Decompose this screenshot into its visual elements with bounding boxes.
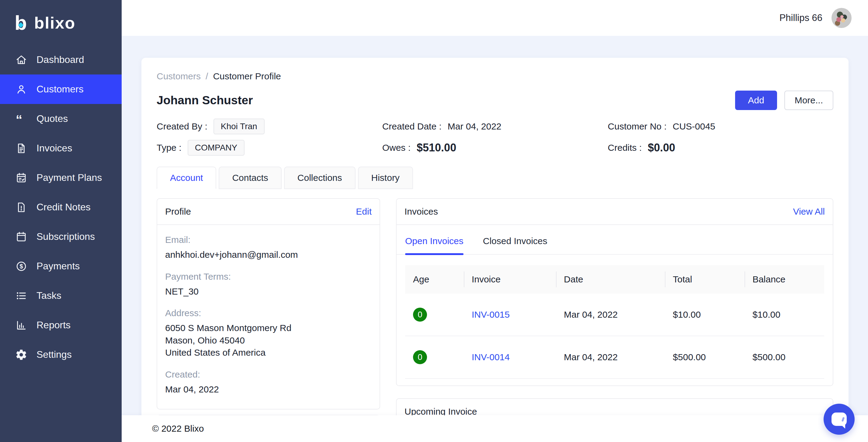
meta-label: Credits : bbox=[608, 143, 642, 153]
profile-field-payment-terms: Payment Terms: NET_30 bbox=[165, 272, 372, 298]
avatar[interactable] bbox=[832, 8, 851, 28]
tab-closed-invoices[interactable]: Closed Invoices bbox=[483, 232, 548, 254]
list-icon bbox=[15, 290, 27, 302]
sidebar-item-label: Payments bbox=[36, 260, 80, 272]
page-title: Johann Schuster bbox=[157, 94, 253, 107]
view-all-link[interactable]: View All bbox=[793, 207, 825, 217]
copyright-text: © 2022 Blixo bbox=[152, 423, 204, 434]
sidebar-item-payment-plans[interactable]: Payment Plans bbox=[0, 163, 122, 192]
breadcrumb-customers[interactable]: Customers bbox=[157, 71, 201, 82]
field-value: anhkhoi.dev+johann@gmail.com bbox=[165, 249, 372, 261]
column-age: Age bbox=[405, 265, 464, 294]
sidebar-item-payments[interactable]: $ Payments bbox=[0, 251, 122, 281]
invoices-tabbar: Open Invoices Closed Invoices bbox=[397, 232, 833, 255]
sidebar-item-label: Settings bbox=[36, 349, 72, 360]
account-tab-content: Profile Edit Email: anhkhoi.dev+johann@g… bbox=[157, 198, 833, 442]
sidebar-item-tasks[interactable]: Tasks bbox=[0, 281, 122, 310]
add-button[interactable]: Add bbox=[735, 91, 777, 110]
sidebar-item-label: Dashboard bbox=[36, 54, 84, 65]
sidebar-item-customers[interactable]: Customers bbox=[0, 74, 122, 104]
type-chip: COMPANY bbox=[188, 140, 245, 156]
column-balance: Balance bbox=[745, 265, 824, 294]
sidebar-item-label: Payment Plans bbox=[36, 172, 102, 183]
field-label: Address: bbox=[165, 308, 372, 318]
sidebar-item-label: Tasks bbox=[36, 290, 61, 301]
home-icon bbox=[15, 54, 27, 66]
gear-icon bbox=[15, 349, 27, 361]
age-cell: 0 bbox=[405, 336, 464, 378]
tab-history[interactable]: History bbox=[358, 166, 413, 189]
invoice-link[interactable]: INV-0015 bbox=[472, 310, 510, 319]
breadcrumb-current: Customer Profile bbox=[213, 71, 281, 82]
topbar: Phillips 66 bbox=[122, 0, 868, 36]
meta-label: Created Date : bbox=[382, 121, 442, 132]
blixo-logo-mark: b bbox=[14, 13, 27, 33]
profile-card-body: Email: anhkhoi.dev+johann@gmail.com Paym… bbox=[157, 225, 379, 409]
date-cell: Mar 04, 2022 bbox=[556, 336, 665, 378]
profile-field-email: Email: anhkhoi.dev+johann@gmail.com bbox=[165, 235, 372, 261]
tab-open-invoices[interactable]: Open Invoices bbox=[405, 232, 464, 254]
field-value: NET_30 bbox=[165, 285, 372, 298]
account-name[interactable]: Phillips 66 bbox=[779, 12, 823, 23]
field-label: Email: bbox=[165, 235, 372, 245]
sidebar-item-label: Quotes bbox=[36, 113, 68, 124]
sidebar-nav: Dashboard Customers “ Quotes Invoices Pa… bbox=[0, 45, 122, 369]
tab-collections[interactable]: Collections bbox=[284, 166, 355, 189]
profile-card-title: Profile bbox=[165, 207, 191, 217]
profile-tabs: Account Contacts Collections History bbox=[157, 166, 833, 189]
more-button[interactable]: More... bbox=[784, 91, 833, 110]
right-column: Invoices View All Open Invoices Closed I… bbox=[396, 198, 833, 442]
owes-amount: $510.00 bbox=[417, 141, 456, 154]
sidebar-item-reports[interactable]: Reports bbox=[0, 310, 122, 340]
meta-created-date: Created Date : Mar 04, 2022 bbox=[382, 121, 608, 132]
sidebar-item-dashboard[interactable]: Dashboard bbox=[0, 45, 122, 74]
profile-card: Profile Edit Email: anhkhoi.dev+johann@g… bbox=[157, 198, 380, 409]
sidebar-item-label: Invoices bbox=[36, 143, 72, 154]
invoice-file-icon bbox=[15, 142, 27, 154]
sidebar-item-credit-notes[interactable]: Credit Notes bbox=[0, 192, 122, 222]
blixo-logo[interactable]: b blixo bbox=[0, 0, 122, 45]
footer: © 2022 Blixo bbox=[122, 415, 868, 442]
balance-cell: $500.00 bbox=[745, 336, 824, 378]
age-badge: 0 bbox=[413, 350, 427, 364]
field-value: Mar 04, 2022 bbox=[165, 383, 372, 396]
bar-chart-icon bbox=[15, 319, 27, 332]
meta-owes: Owes : $510.00 bbox=[382, 141, 608, 154]
tab-account[interactable]: Account bbox=[157, 166, 216, 189]
edit-profile-link[interactable]: Edit bbox=[356, 207, 372, 217]
column-date: Date bbox=[556, 265, 665, 294]
age-cell: 0 bbox=[405, 294, 464, 336]
created-by-chip: Khoi Tran bbox=[214, 119, 265, 134]
tab-contacts[interactable]: Contacts bbox=[219, 166, 281, 189]
field-label: Payment Terms: bbox=[165, 272, 372, 282]
invoice-link[interactable]: INV-0014 bbox=[472, 352, 510, 362]
age-badge: 0 bbox=[413, 308, 427, 322]
sidebar-item-invoices[interactable]: Invoices bbox=[0, 133, 122, 163]
invoices-card: Invoices View All Open Invoices Closed I… bbox=[396, 198, 833, 386]
sidebar-item-settings[interactable]: Settings bbox=[0, 340, 122, 369]
meta-label: Customer No : bbox=[608, 121, 666, 132]
breadcrumb: Customers / Customer Profile bbox=[157, 71, 833, 82]
table-row: 0 INV-0015 Mar 04, 2022 $10.00 $10.00 bbox=[405, 294, 824, 336]
total-cell: $10.00 bbox=[665, 294, 745, 336]
calendar-check-icon bbox=[15, 172, 27, 184]
svg-text:$: $ bbox=[20, 263, 23, 270]
title-row: Johann Schuster Add More... bbox=[157, 91, 833, 110]
profile-field-created: Created: Mar 04, 2022 bbox=[165, 369, 372, 396]
dollar-circle-icon: $ bbox=[15, 260, 27, 272]
field-value: Mason, Ohio 45040 bbox=[165, 335, 372, 347]
meta-customer-no: Customer No : CUS-0045 bbox=[608, 121, 833, 132]
chat-launcher-button[interactable] bbox=[824, 404, 855, 435]
date-cell: Mar 04, 2022 bbox=[556, 294, 665, 336]
breadcrumb-separator: / bbox=[206, 71, 208, 82]
table-row: 0 INV-0014 Mar 04, 2022 $500.00 $500.00 bbox=[405, 336, 824, 378]
sidebar-item-quotes[interactable]: “ Quotes bbox=[0, 104, 122, 133]
sidebar-item-subscriptions[interactable]: Subscriptions bbox=[0, 222, 122, 251]
total-cell: $500.00 bbox=[665, 336, 745, 378]
sidebar-item-label: Customers bbox=[36, 84, 84, 95]
blixo-logo-text: blixo bbox=[34, 13, 75, 32]
meta-value: CUS-0045 bbox=[673, 121, 715, 132]
svg-text:“: “ bbox=[16, 113, 23, 125]
field-value: United States of America bbox=[165, 347, 372, 359]
invoices-table-wrap: Age Invoice Date Total Balance 0 INV-001… bbox=[397, 255, 833, 385]
